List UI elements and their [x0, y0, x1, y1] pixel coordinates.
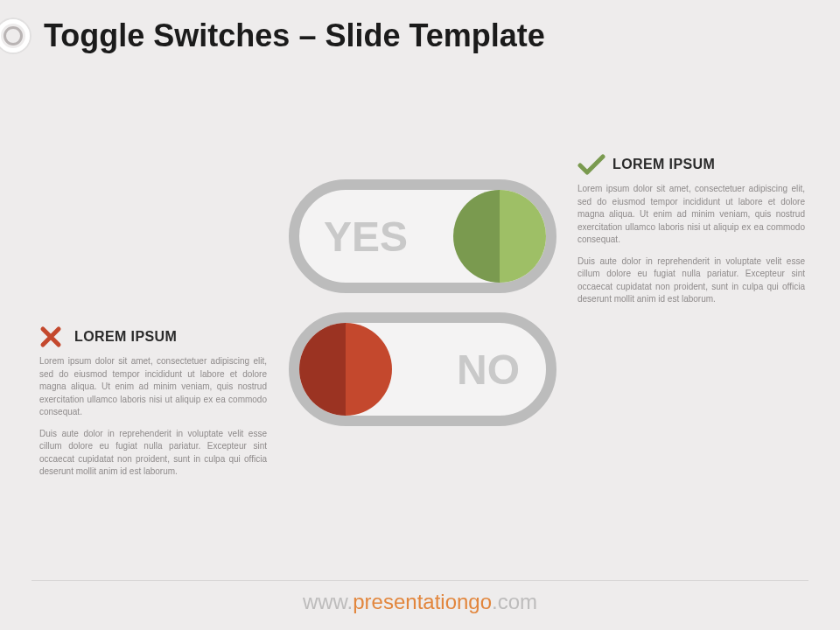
- toggle-yes-label: YES: [324, 213, 408, 261]
- header-ring-icon: [0, 18, 32, 54]
- footer-url-pre: www.: [303, 590, 353, 613]
- toggle-no-knob: [299, 323, 392, 416]
- callout-yes-body: Lorem ipsum dolor sit amet, consectetuer…: [578, 183, 805, 306]
- callout-no-body: Lorem ipsum dolor sit amet, consectetuer…: [39, 355, 267, 479]
- toggle-yes-knob: [453, 190, 546, 283]
- cross-icon: [39, 326, 67, 348]
- toggle-yes: YES: [289, 179, 556, 293]
- callout-no-head: LOREM IPSUM: [39, 326, 267, 348]
- footer-url: www.presentationgo.com: [0, 590, 840, 614]
- toggle-group: YES NO: [289, 179, 556, 445]
- toggle-no-label: NO: [457, 346, 520, 394]
- callout-no-title: LOREM IPSUM: [74, 329, 177, 345]
- callout-yes: LOREM IPSUM Lorem ipsum dolor sit amet, …: [578, 153, 805, 315]
- callout-yes-p1: Lorem ipsum dolor sit amet, consectetuer…: [578, 183, 805, 247]
- callout-yes-title: LOREM IPSUM: [612, 157, 715, 172]
- footer-url-suf: .com: [492, 590, 537, 613]
- callout-yes-p2: Duis aute dolor in reprehenderit in volu…: [578, 256, 805, 306]
- slide-header: Toggle Switches – Slide Template: [0, 18, 840, 54]
- toggle-no: NO: [289, 312, 556, 426]
- check-icon: [578, 153, 606, 176]
- slide-title: Toggle Switches – Slide Template: [44, 18, 545, 54]
- footer-divider: [32, 580, 808, 581]
- callout-no: LOREM IPSUM Lorem ipsum dolor sit amet, …: [39, 326, 267, 487]
- callout-no-p1: Lorem ipsum dolor sit amet, consectetuer…: [39, 355, 267, 419]
- footer-url-mid: presentationgo: [353, 590, 492, 613]
- callout-no-p2: Duis aute dolor in reprehenderit in volu…: [39, 428, 267, 479]
- callout-yes-head: LOREM IPSUM: [578, 153, 805, 176]
